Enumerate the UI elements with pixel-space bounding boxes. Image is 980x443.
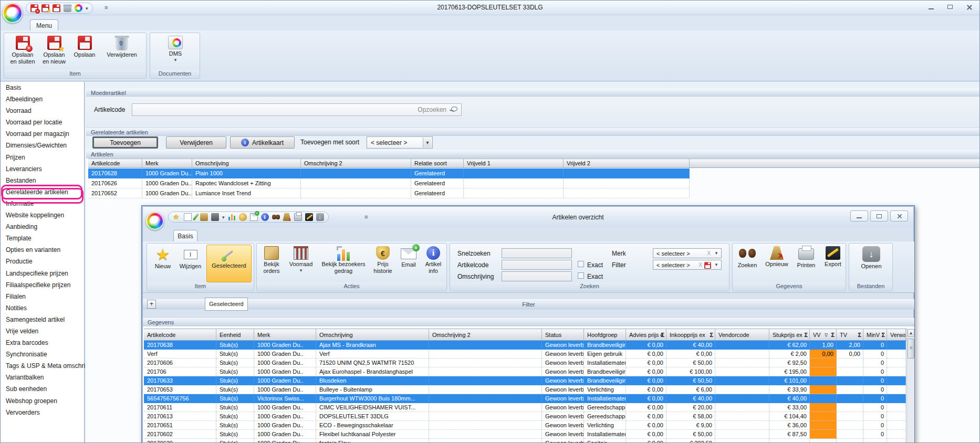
merk-selecteer-combobox[interactable]: < selecteer > X ▼ bbox=[653, 248, 722, 258]
geselecteerd-button[interactable]: Geselecteerd bbox=[206, 245, 252, 282]
qat-dropdown-icon[interactable]: ▾ bbox=[86, 6, 88, 11]
bekijk-orders-button[interactable]: Bekijk orders bbox=[259, 245, 284, 275]
sum-sigma-icon[interactable]: Σ bbox=[858, 329, 861, 340]
email-button[interactable]: Email bbox=[398, 245, 420, 268]
column-header[interactable]: Omschrijving 2 bbox=[429, 329, 542, 340]
sum-sigma-icon[interactable]: Σ bbox=[831, 329, 835, 340]
vertical-scrollbar[interactable]: ▲ bbox=[906, 329, 914, 443]
omschrijving-input[interactable] bbox=[502, 271, 572, 281]
sum-sigma-icon[interactable]: Σ bbox=[710, 329, 713, 340]
sidebar-item[interactable]: Vervoerders bbox=[1, 407, 84, 418]
tab-basis[interactable]: Basis bbox=[173, 230, 197, 241]
column-header[interactable]: Stukprijs ex Σ bbox=[769, 329, 810, 340]
column-header[interactable]: Omschrijving bbox=[192, 159, 301, 167]
filter-selecteer-combobox[interactable]: < selecteer > X ▼ bbox=[653, 260, 722, 270]
minimize-button[interactable] bbox=[924, 2, 939, 12]
sidebar-item[interactable]: Extra barcodes bbox=[1, 337, 84, 349]
close-button[interactable] bbox=[962, 2, 976, 12]
table-row[interactable]: 5654756756756 Stuk(s) Victorinox Swiss..… bbox=[144, 394, 906, 403]
column-header[interactable]: Omschrijving bbox=[316, 329, 429, 340]
sidebar-item[interactable]: Landspecifieke prijzen bbox=[1, 268, 84, 279]
application-menu-orb[interactable] bbox=[3, 3, 23, 23]
sum-sigma-icon[interactable]: Σ bbox=[804, 329, 808, 340]
package-icon[interactable] bbox=[200, 213, 208, 221]
column-header[interactable]: Advies prijs e Σ bbox=[626, 329, 666, 340]
column-header[interactable]: Inkoopprijs ex Σ bbox=[666, 329, 715, 340]
prijs-historie-button[interactable]: € Prijs historie bbox=[370, 245, 395, 275]
sidebar-item[interactable]: Aanbieding bbox=[1, 221, 84, 233]
table-row[interactable]: 20170653 Stuk(s) 1000 Graden Du.. Bulley… bbox=[144, 385, 906, 394]
sidebar-item[interactable]: Voorraad per locatie bbox=[1, 117, 84, 128]
download-icon[interactable]: ↓ bbox=[316, 213, 324, 221]
verwijderen-button[interactable]: Verwijderen bbox=[166, 136, 226, 149]
geselecteerd-filter-tab[interactable]: Geselecteerd bbox=[205, 298, 248, 311]
dialog-close-button[interactable] bbox=[890, 210, 908, 221]
sidebar-item[interactable]: Samengesteld artikel bbox=[1, 314, 84, 325]
toevoegen-button[interactable]: Toevoegen bbox=[92, 136, 158, 149]
column-header[interactable]: Merk bbox=[142, 159, 192, 167]
printer-icon[interactable] bbox=[294, 213, 302, 221]
soort-selecteer-combobox[interactable]: < selecteer > ▼ bbox=[367, 136, 433, 149]
sidebar-item[interactable]: Website koppelingen bbox=[1, 209, 84, 221]
sum-sigma-icon[interactable]: Σ bbox=[661, 329, 664, 340]
table-row[interactable]: 20170602 Stuk(s) 1000 Graden Du.. Flexib… bbox=[144, 430, 906, 439]
save-and-new-button[interactable]: ★ Opslaan en nieuw bbox=[39, 35, 69, 69]
sidebar-item[interactable]: Opties en varianten bbox=[1, 244, 84, 256]
sidebar-item[interactable]: Gerelateerde artikelen bbox=[1, 186, 84, 198]
lookup-lasso-icon[interactable] bbox=[451, 107, 457, 111]
artikelkaart-button[interactable]: i Artikelkaart bbox=[230, 136, 295, 149]
save-and-new-icon[interactable]: ★ bbox=[41, 4, 49, 12]
sidebar-item[interactable]: Afbeeldingen bbox=[1, 93, 84, 105]
save-and-close-icon[interactable]: ✕ bbox=[30, 4, 38, 12]
bekijk-bezoekers-gedrag-button[interactable]: Bekijk bezoekers gedrag bbox=[319, 245, 368, 275]
scrollbar-thumb[interactable] bbox=[908, 339, 914, 358]
column-header[interactable]: Omschrijving 2 bbox=[301, 159, 411, 167]
table-row[interactable]: 20170620 Stuk(s) 1000 Graden Du.. fontei… bbox=[144, 439, 906, 443]
sidebar-item[interactable]: Tags & USP & Meta omschrij... bbox=[1, 360, 84, 372]
sidebar-item[interactable]: Template bbox=[1, 233, 84, 244]
sidebar-item[interactable]: Leveranciers bbox=[1, 163, 84, 175]
inventory-icon[interactable] bbox=[211, 213, 219, 221]
column-header[interactable]: Vrijveld 1 bbox=[464, 159, 564, 167]
sidebar-item[interactable]: Filialen bbox=[1, 291, 84, 302]
sidebar-item[interactable]: Basis bbox=[1, 82, 84, 93]
table-row[interactable]: 201706 Stuk(s) 1000 Graden Du.. Ajax Eur… bbox=[144, 367, 906, 376]
table-row[interactable]: 20170606 Stuk(s) 1000 Graden Du.. 71520 … bbox=[144, 358, 906, 367]
dms-icon[interactable] bbox=[75, 4, 82, 12]
add-filter-tab-button[interactable]: + bbox=[147, 300, 156, 309]
sidebar-item[interactable]: Prijzen bbox=[1, 152, 84, 163]
column-header[interactable]: TV Σ bbox=[837, 329, 863, 340]
export-button[interactable]: Export bbox=[821, 245, 845, 268]
snelzoeken-input[interactable] bbox=[502, 248, 572, 258]
dialog-qat-customize-icon[interactable]: ≡ bbox=[364, 214, 368, 220]
table-row[interactable]: 20170626 1000 Graden Du.. Rapotec Wandcl… bbox=[88, 178, 690, 188]
edit-pencil-icon[interactable] bbox=[193, 213, 199, 220]
table-row[interactable]: 20170628 1000 Graden Du.. Plain 1000 Ger… bbox=[88, 168, 690, 178]
tab-menu[interactable]: Menu bbox=[30, 19, 58, 31]
chart-icon[interactable] bbox=[228, 213, 236, 221]
table-row[interactable]: 20170652 1000 Graden Du.. Lumiance Inset… bbox=[88, 188, 690, 198]
sidebar-item[interactable]: Informatie bbox=[1, 198, 84, 209]
column-header[interactable]: Vrijveld 2 bbox=[564, 159, 690, 167]
sidebar-item[interactable]: Voorraad bbox=[1, 105, 84, 117]
openen-button[interactable]: ↓ Openen bbox=[856, 245, 887, 270]
maximize-button[interactable] bbox=[943, 2, 957, 12]
zoeken-button[interactable]: Zoeken bbox=[734, 245, 760, 269]
sidebar-item[interactable]: Voorraad per magazijn bbox=[1, 128, 84, 140]
nieuw-button[interactable]: ★ Nieuw bbox=[151, 245, 174, 270]
artikelcode-exact-checkbox[interactable] bbox=[578, 261, 584, 267]
dialog-minimize-button[interactable] bbox=[850, 210, 868, 221]
column-header[interactable]: Hoofdgroep bbox=[584, 329, 626, 340]
opnieuw-button[interactable]: Opnieuw bbox=[762, 245, 791, 268]
sidebar-item[interactable]: Vrije velden bbox=[1, 325, 84, 337]
sum-sigma-icon[interactable]: Σ bbox=[881, 329, 885, 340]
binoculars-icon[interactable] bbox=[272, 213, 280, 221]
printen-button[interactable]: Printen bbox=[793, 245, 819, 269]
scroll-up-icon[interactable]: ▲ bbox=[908, 329, 914, 337]
column-header[interactable]: VV ∇ Σ bbox=[810, 329, 837, 340]
sidebar-item[interactable]: Variantbalken bbox=[1, 372, 84, 383]
money-bag-icon[interactable] bbox=[239, 213, 247, 221]
column-header[interactable]: Eenheid bbox=[216, 329, 254, 340]
sidebar-item[interactable]: Webshop groepen bbox=[1, 395, 84, 407]
table-row[interactable]: 20170633 Stuk(s) 1000 Graden Du.. Blusde… bbox=[144, 376, 906, 385]
